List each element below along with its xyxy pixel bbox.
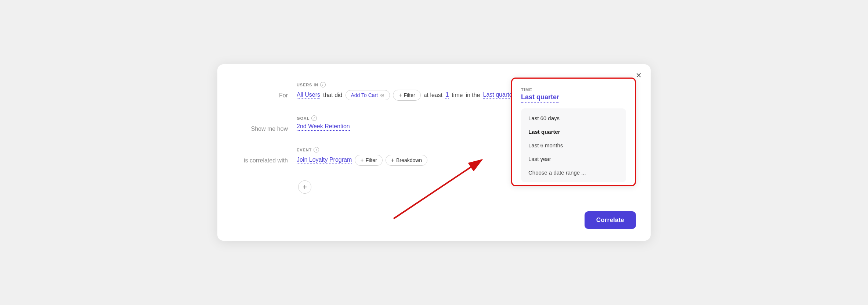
breakdown-button[interactable]: + Breakdown xyxy=(386,155,427,166)
that-did-text: that did xyxy=(323,92,342,98)
remove-event-icon[interactable]: ⊗ xyxy=(380,92,384,98)
users-in-info-icon[interactable]: i xyxy=(320,82,326,87)
time-text: time xyxy=(452,92,463,98)
time-dropdown-panel: TIME Last quarter Last 60 days Last quar… xyxy=(511,78,636,186)
goal-link[interactable]: 2nd Week Retention xyxy=(297,123,350,131)
for-label: For xyxy=(238,82,297,99)
add-condition-button[interactable]: + xyxy=(298,180,311,194)
goal-info-icon[interactable]: i xyxy=(311,115,317,121)
correlate-button[interactable]: Correlate xyxy=(585,211,636,229)
filter-button-row3[interactable]: + Filter xyxy=(355,155,382,166)
time-panel-title: TIME xyxy=(521,87,626,92)
add-to-cart-chip[interactable]: Add To Cart ⊗ xyxy=(346,90,390,100)
time-panel-selected-value[interactable]: Last quarter xyxy=(521,93,559,103)
main-modal: ✕ For USERS IN i All Users that did Add … xyxy=(217,64,651,241)
breakdown-label: Breakdown xyxy=(396,157,422,163)
all-users-link[interactable]: All Users xyxy=(297,92,320,99)
add-to-cart-label: Add To Cart xyxy=(351,92,378,98)
count-number[interactable]: 1 xyxy=(445,92,449,99)
event-info-icon[interactable]: i xyxy=(314,147,319,152)
correlated-with-label: is correlated with xyxy=(238,147,297,164)
at-least-text: at least xyxy=(424,92,443,98)
time-option-4[interactable]: Choose a date range ... xyxy=(522,166,625,179)
svg-line-1 xyxy=(394,160,482,219)
time-option-0[interactable]: Last 60 days xyxy=(522,111,625,125)
close-button[interactable]: ✕ xyxy=(636,72,642,79)
filter-label-row1: Filter xyxy=(404,92,415,98)
time-option-3[interactable]: Last year xyxy=(522,152,625,166)
time-trigger[interactable]: Last quarter xyxy=(483,92,514,99)
in-the-text: in the xyxy=(466,92,480,98)
time-option-1[interactable]: Last quarter xyxy=(522,125,625,139)
time-options-list: Last 60 days Last quarter Last 6 months … xyxy=(521,108,626,182)
join-loyalty-program-link[interactable]: Join Loyalty Program xyxy=(297,157,352,164)
filter-button-row1[interactable]: + Filter xyxy=(393,90,420,101)
filter-label-row3: Filter xyxy=(366,157,377,163)
show-me-how-label: Show me how xyxy=(238,115,297,132)
time-option-2[interactable]: Last 6 months xyxy=(522,139,625,152)
